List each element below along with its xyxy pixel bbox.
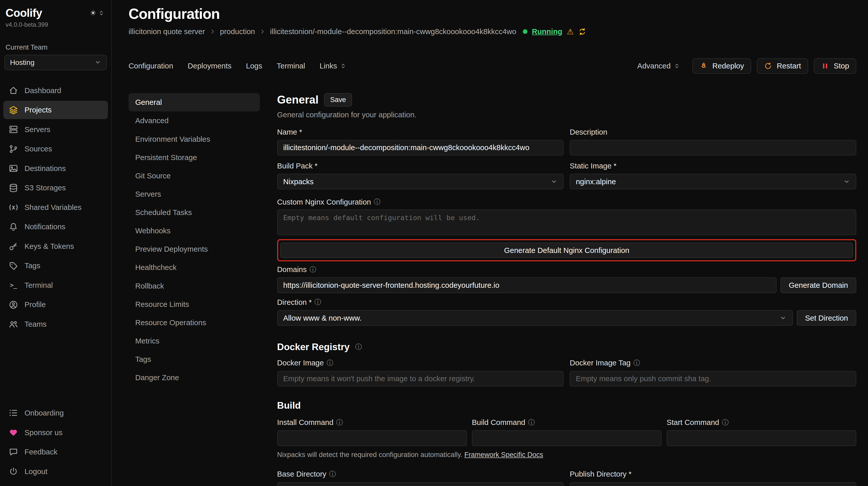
sidebar-item-label: Destinations <box>25 164 66 173</box>
info-icon[interactable]: ⓘ <box>327 360 333 366</box>
sidebar-item-label: Feedback <box>25 448 58 456</box>
sidebar-item-logout[interactable]: Logout <box>3 462 108 481</box>
breadcrumb-environment[interactable]: production <box>220 27 255 36</box>
install-command-input[interactable] <box>277 430 467 446</box>
subnav-item-webhooks[interactable]: Webhooks <box>128 222 260 240</box>
subnav-item-persistent-storage[interactable]: Persistent Storage <box>128 148 260 167</box>
advanced-dropdown[interactable]: Advanced <box>637 62 680 70</box>
subnav-item-advanced[interactable]: Advanced <box>128 111 260 130</box>
subnav-item-tags[interactable]: Tags <box>128 350 260 368</box>
docker-image-input[interactable] <box>277 371 564 387</box>
tab-links[interactable]: Links <box>319 62 346 70</box>
sidebar-item-keys-tokens[interactable]: Keys & Tokens <box>3 237 108 256</box>
sidebar-item-terminal[interactable]: >_ Terminal <box>3 276 108 294</box>
theme-switcher[interactable]: ☀ <box>90 9 104 17</box>
tab-configuration[interactable]: Configuration <box>128 62 173 70</box>
docker-image-tag-input[interactable] <box>570 371 856 387</box>
info-icon[interactable]: ⓘ <box>633 360 640 366</box>
restart-icon <box>764 62 772 70</box>
docker-registry-heading: Docker Registry <box>277 341 350 353</box>
team-select[interactable]: Hosting <box>4 55 107 70</box>
subnav-item-git-source[interactable]: Git Source <box>128 167 260 185</box>
restart-button[interactable]: Restart <box>757 58 808 74</box>
save-button[interactable]: Save <box>324 93 352 106</box>
subnav-item-scheduled-tasks[interactable]: Scheduled Tasks <box>128 203 260 222</box>
subnav-item-resource-operations[interactable]: Resource Operations <box>128 314 260 332</box>
users-icon <box>8 319 18 329</box>
sidebar-item-notifications[interactable]: Notifications <box>3 218 108 236</box>
info-icon[interactable]: ⓘ <box>528 419 534 426</box>
info-icon[interactable]: ⓘ <box>315 299 321 305</box>
info-icon[interactable]: ⓘ <box>374 198 380 205</box>
info-icon[interactable]: ⓘ <box>310 266 316 273</box>
direction-select[interactable]: Allow www & non-www. <box>277 310 793 326</box>
terminal-icon: >_ <box>8 280 18 290</box>
sidebar-item-servers[interactable]: Servers <box>3 120 108 139</box>
info-icon[interactable]: ⓘ <box>329 471 336 477</box>
sidebar-item-sources[interactable]: Sources <box>3 140 108 158</box>
status-running-link[interactable]: Running <box>532 27 562 36</box>
info-icon[interactable]: ⓘ <box>722 419 728 426</box>
tab-logs[interactable]: Logs <box>246 62 262 70</box>
tab-deployments[interactable]: Deployments <box>188 62 231 70</box>
sidebar-item-feedback[interactable]: Feedback <box>3 443 108 461</box>
general-section-head: General Save <box>277 93 857 106</box>
breadcrumb-project[interactable]: illicitonion quote server <box>128 27 205 36</box>
base-directory-input[interactable] <box>277 482 564 486</box>
sidebar-item-teams[interactable]: Teams <box>3 315 108 333</box>
subnav-item-rollback[interactable]: Rollback <box>128 277 260 295</box>
info-icon[interactable]: ⓘ <box>355 344 362 350</box>
stop-button[interactable]: Stop <box>814 58 856 74</box>
set-direction-button[interactable]: Set Direction <box>797 310 856 326</box>
sidebar-item-shared-variables[interactable]: (x) Shared Variables <box>3 198 108 217</box>
framework-docs-link[interactable]: Framework Specific Docs <box>464 451 543 458</box>
subnav-item-danger-zone[interactable]: Danger Zone <box>128 368 260 387</box>
content-area: General Advanced Environment Variables P… <box>128 93 856 486</box>
domains-input[interactable] <box>277 277 777 293</box>
user-circle-icon <box>8 300 18 310</box>
direction-value: Allow www & non-www. <box>283 314 362 322</box>
generate-nginx-config-button[interactable]: Generate Default Nginx Configuration <box>280 242 853 258</box>
breadcrumb: illicitonion quote server production ill… <box>128 27 856 36</box>
sidebar-item-tags[interactable]: Tags <box>3 257 108 275</box>
name-input[interactable] <box>277 140 564 156</box>
sidebar-item-sponsor[interactable]: Sponsor us <box>3 423 108 442</box>
sidebar-item-label: Tags <box>25 261 40 270</box>
sidebar-item-dashboard[interactable]: Dashboard <box>3 82 108 100</box>
build-pack-field: Build Pack * Nixpacks <box>277 161 564 189</box>
annotation-highlight-box: Generate Default Nginx Configuration <box>277 239 857 261</box>
sidebar-item-destinations[interactable]: Destinations <box>3 159 108 177</box>
refresh-icon[interactable] <box>578 28 586 36</box>
base-directory-label: Base Directory <box>277 469 326 479</box>
redeploy-button[interactable]: Redeploy <box>692 58 751 74</box>
subnav-item-healthcheck[interactable]: Healthcheck <box>128 258 260 277</box>
publish-directory-input[interactable] <box>570 482 856 486</box>
sidebar-item-profile[interactable]: Profile <box>3 295 108 314</box>
subnav-item-metrics[interactable]: Metrics <box>128 332 260 350</box>
build-pack-select[interactable]: Nixpacks <box>277 174 564 189</box>
generate-domain-button[interactable]: Generate Domain <box>780 277 856 293</box>
subnav-item-environment-variables[interactable]: Environment Variables <box>128 130 260 148</box>
tab-terminal[interactable]: Terminal <box>277 62 305 70</box>
sidebar-item-projects[interactable]: Projects <box>3 101 108 119</box>
sidebar-item-onboarding[interactable]: Onboarding <box>3 404 108 422</box>
sidebar-nav: Dashboard Projects Servers Sources Desti… <box>0 82 111 333</box>
subnav-item-preview-deployments[interactable]: Preview Deployments <box>128 240 260 258</box>
nginx-config-label: Custom Nginx Configuration <box>277 197 371 206</box>
subnav-item-general[interactable]: General <box>128 93 260 111</box>
sidebar-item-label: Projects <box>25 106 52 114</box>
warning-icon[interactable]: ⚠ <box>567 28 574 36</box>
build-command-input[interactable] <box>472 430 661 446</box>
info-icon[interactable]: ⓘ <box>336 419 343 426</box>
sidebar-item-s3-storages[interactable]: S3 Storages <box>3 179 108 197</box>
breadcrumb-application: illicitestonion/-module--decomposition:m… <box>270 27 516 36</box>
subnav-item-resource-limits[interactable]: Resource Limits <box>128 295 260 314</box>
team-select-value: Hosting <box>10 58 34 67</box>
nginx-config-textarea[interactable] <box>277 209 857 235</box>
start-command-input[interactable] <box>666 430 856 446</box>
static-image-label: Static Image * <box>570 161 617 170</box>
subnav-item-servers[interactable]: Servers <box>128 185 260 203</box>
description-input[interactable] <box>570 140 856 156</box>
static-image-select[interactable]: nginx:alpine <box>570 174 856 189</box>
home-icon <box>8 86 18 95</box>
